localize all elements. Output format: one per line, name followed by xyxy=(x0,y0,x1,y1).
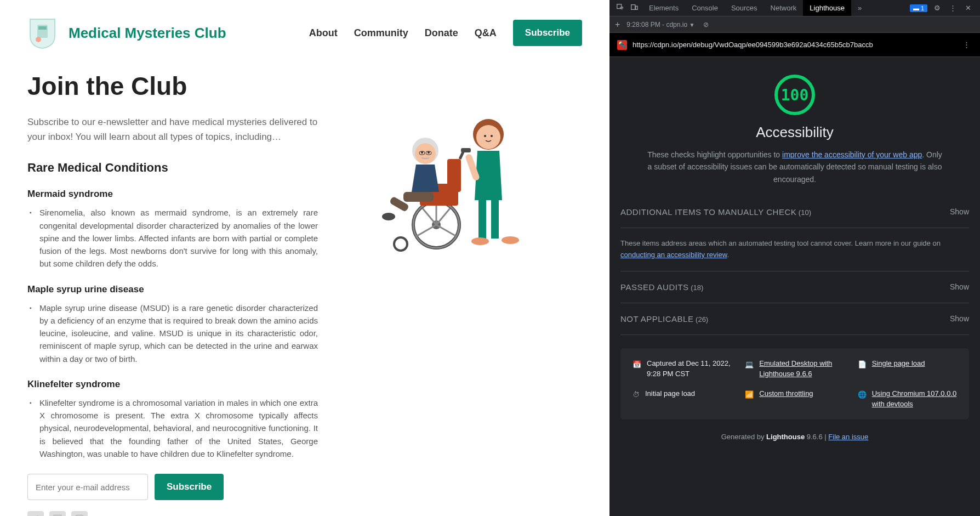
devtools-tabbar: Elements Console Sources Network Lightho… xyxy=(609,0,980,16)
svg-point-30 xyxy=(421,151,423,154)
review-link[interactable]: conducting an accessibility review xyxy=(620,251,727,259)
svg-rect-10 xyxy=(478,200,486,239)
report-metadata: 📅Captured at Dec 11, 2022, 9:28 PM CST 💻… xyxy=(620,348,969,419)
brand: Medical Mysteries Club xyxy=(27,16,226,49)
lighthouse-logo-icon: 🔦 xyxy=(617,40,627,50)
settings-icon[interactable]: ⚙ xyxy=(932,2,943,14)
laptop-icon: 💻 xyxy=(745,359,754,370)
devtools-panel: Elements Console Sources Network Lightho… xyxy=(609,0,980,516)
site-header: Medical Mysteries Club About Community D… xyxy=(27,16,582,49)
score-section: 100 Accessibility These checks highlight… xyxy=(620,57,969,196)
subscribe-button[interactable]: Subscribe xyxy=(513,20,582,46)
globe-icon: 🌐 xyxy=(858,389,867,400)
report-url: https://cdpn.io/pen/debug/VwdOaqp/ee0945… xyxy=(633,41,955,49)
condition-title: Mermaid syndrome xyxy=(27,189,318,200)
svg-rect-38 xyxy=(631,5,635,10)
svg-point-36 xyxy=(382,213,395,220)
svg-point-31 xyxy=(428,151,430,154)
svg-point-13 xyxy=(502,236,519,244)
subscribe-submit-button[interactable]: Subscribe xyxy=(155,474,224,500)
email-input[interactable] xyxy=(27,474,148,500)
svg-point-29 xyxy=(415,143,436,164)
meta-captured: 📅Captured at Dec 11, 2022, 9:28 PM CST xyxy=(633,358,732,379)
nav-donate[interactable]: Donate xyxy=(425,27,458,39)
page-title: Join the Club xyxy=(27,71,318,101)
svg-point-12 xyxy=(471,237,489,245)
network-icon: 📶 xyxy=(745,389,754,400)
meta-single-load: 📄Single page load xyxy=(858,358,957,379)
social-links xyxy=(27,511,318,516)
instagram-icon[interactable] xyxy=(71,511,88,516)
svg-point-7 xyxy=(476,125,500,149)
new-report-icon[interactable]: + xyxy=(615,20,620,30)
svg-line-22 xyxy=(423,208,436,225)
twitter-icon[interactable] xyxy=(27,511,44,516)
intro-text: Subscribe to our e-newsletter and have m… xyxy=(27,115,318,144)
hero-illustration xyxy=(340,71,582,516)
score-gauge: 100 xyxy=(773,73,816,116)
main-column: Join the Club Subscribe to our e-newslet… xyxy=(27,71,318,516)
meta-device: 💻Emulated Desktop with Lighthouse 9.6.6 xyxy=(745,358,844,379)
clear-icon[interactable]: ⊘ xyxy=(701,19,711,31)
nav-community[interactable]: Community xyxy=(354,27,408,39)
close-icon[interactable]: ✕ xyxy=(963,2,973,14)
subscribe-form: Subscribe xyxy=(27,474,318,500)
accessibility-link[interactable]: improve the accessibility of your web ap… xyxy=(782,150,922,159)
tab-sources[interactable]: Sources xyxy=(725,0,764,16)
tab-lighthouse[interactable]: Lighthouse xyxy=(803,0,851,16)
condition-body: Maple syrup urine disease (MSUD) is a ra… xyxy=(34,302,318,365)
lighthouse-toolbar: + 9:28:08 PM - cdpn.io ▼ ⊘ xyxy=(609,16,980,33)
issues-badge[interactable]: ▬ 1 xyxy=(910,4,927,12)
tab-console[interactable]: Console xyxy=(685,0,725,16)
svg-rect-39 xyxy=(636,6,638,9)
inspect-icon[interactable] xyxy=(614,1,626,15)
svg-line-20 xyxy=(417,225,436,236)
nav-qa[interactable]: Q&A xyxy=(475,27,497,39)
svg-line-19 xyxy=(436,225,455,236)
page-icon: 📄 xyxy=(858,359,867,370)
condition-mermaid: Mermaid syndrome Sirenomelia, also known… xyxy=(27,189,318,270)
show-toggle[interactable]: Show xyxy=(950,314,969,323)
manual-check-note: These items address areas which an autom… xyxy=(620,228,969,271)
condition-msud: Maple syrup urine disease Maple syrup ur… xyxy=(27,284,318,365)
svg-point-2 xyxy=(36,37,41,42)
device-icon[interactable] xyxy=(628,1,640,15)
tab-elements[interactable]: Elements xyxy=(642,0,685,16)
svg-rect-1 xyxy=(38,26,47,30)
tab-more[interactable]: » xyxy=(851,0,868,16)
svg-rect-11 xyxy=(491,200,499,239)
svg-rect-34 xyxy=(403,192,434,202)
section-heading: Rare Medical Conditions xyxy=(27,161,318,175)
svg-point-9 xyxy=(491,135,493,137)
section-passed[interactable]: PASSED AUDITS (18) Show xyxy=(620,271,969,303)
more-icon[interactable]: ⋮ xyxy=(947,2,959,14)
meta-initial-load: ⏱Initial page load xyxy=(633,388,732,410)
show-toggle[interactable]: Show xyxy=(950,282,969,291)
score-value: 100 xyxy=(781,86,809,104)
logo-icon xyxy=(27,16,58,49)
main-nav: About Community Donate Q&A Subscribe xyxy=(309,20,582,46)
file-issue-link[interactable]: File an issue xyxy=(828,433,868,441)
report-selector[interactable]: 9:28:08 PM - cdpn.io ▼ xyxy=(626,21,694,29)
condition-title: Maple syrup urine disease xyxy=(27,284,318,295)
meta-chromium: 🌐Using Chromium 107.0.0.0 with devtools xyxy=(858,388,957,410)
svg-point-8 xyxy=(484,135,486,137)
calendar-icon: 📅 xyxy=(633,359,641,370)
show-toggle[interactable]: Show xyxy=(950,207,969,216)
twitch-icon[interactable] xyxy=(49,511,66,516)
nav-about[interactable]: About xyxy=(309,27,338,39)
section-manual-check[interactable]: ADDITIONAL ITEMS TO MANUALLY CHECK (10) … xyxy=(620,196,969,228)
website: Medical Mysteries Club About Community D… xyxy=(0,0,609,516)
condition-body: Klinefelter syndrome is a chromosomal va… xyxy=(34,396,318,460)
lighthouse-report[interactable]: 100 Accessibility These checks highlight… xyxy=(609,57,980,516)
report-url-bar: 🔦 https://cdpn.io/pen/debug/VwdOaqp/ee09… xyxy=(609,33,980,57)
report-footer: Generated by Lighthouse 9.6.6 | File an … xyxy=(620,433,969,457)
condition-body: Sirenomelia, also known as mermaid syndr… xyxy=(34,206,318,270)
category-title: Accessibility xyxy=(620,124,969,141)
url-more-icon[interactable]: ⋮ xyxy=(961,38,972,51)
category-description: These checks highlight opportunities to … xyxy=(647,149,943,185)
meta-throttling: 📶Custom throttling xyxy=(745,388,844,410)
timer-icon: ⏱ xyxy=(633,389,640,400)
section-not-applicable[interactable]: NOT APPLICABLE (26) Show xyxy=(620,303,969,335)
tab-network[interactable]: Network xyxy=(764,0,804,16)
